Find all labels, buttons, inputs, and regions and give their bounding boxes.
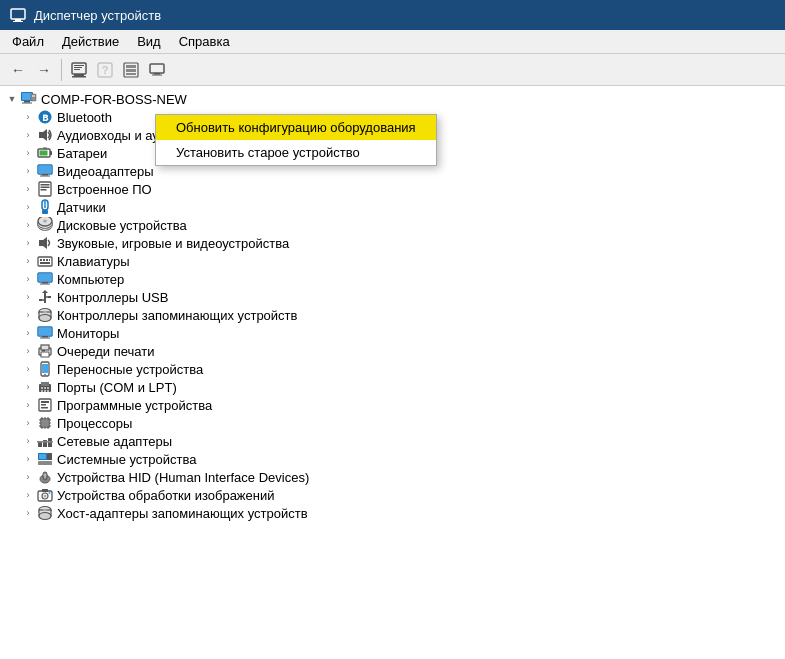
portable-expander[interactable]: › — [20, 361, 36, 377]
tree-item-network[interactable]: › Сетевые адаптеры — [0, 432, 785, 450]
svg-rect-19 — [22, 93, 32, 100]
display-label: Видеоадаптеры — [57, 164, 154, 179]
audio-expander[interactable]: › — [20, 127, 36, 143]
storage-ctrl-label: Контроллеры запоминающих устройств — [57, 308, 297, 323]
disk-expander[interactable]: › — [20, 217, 36, 233]
ports-expander[interactable]: › — [20, 379, 36, 395]
keyboard-icon — [36, 253, 54, 269]
battery-expander[interactable]: › — [20, 145, 36, 161]
battery-icon — [36, 145, 54, 161]
svg-rect-51 — [40, 259, 42, 261]
system-dev-expander[interactable]: › — [20, 451, 36, 467]
usb-expander[interactable]: › — [20, 289, 36, 305]
svg-text:?: ? — [102, 64, 109, 76]
svg-rect-58 — [42, 282, 48, 284]
svg-rect-55 — [40, 262, 50, 264]
host-adapter-label: Хост-адаптеры запоминающих устройств — [57, 506, 308, 521]
cpu-expander[interactable]: › — [20, 415, 36, 431]
svg-marker-49 — [39, 237, 47, 249]
svg-rect-37 — [41, 184, 50, 186]
svg-point-24 — [33, 98, 35, 100]
svg-rect-59 — [40, 284, 50, 285]
properties-button[interactable] — [67, 58, 91, 82]
svg-rect-94 — [42, 420, 48, 426]
bluetooth-expander[interactable]: › — [20, 109, 36, 125]
tree-item-usb[interactable]: › Контроллеры USB — [0, 288, 785, 306]
svg-rect-5 — [72, 76, 86, 78]
svg-rect-92 — [41, 407, 48, 409]
tree-item-print[interactable]: › Очереди печати — [0, 342, 785, 360]
tree-item-software-dev[interactable]: › Программные устройства — [0, 396, 785, 414]
hid-label: Устройства HID (Human Interface Devices) — [57, 470, 309, 485]
svg-point-85 — [47, 387, 49, 389]
sound-icon — [36, 235, 54, 251]
tree-item-keyboard[interactable]: › Клавиатуры — [0, 252, 785, 270]
tree-item-disk[interactable]: › Дисковые устройства — [0, 216, 785, 234]
monitors-expander[interactable]: › — [20, 325, 36, 341]
computer-icon — [36, 271, 54, 287]
svg-point-123 — [49, 492, 51, 494]
tree-root[interactable]: ▼ COMP-FOR-BOSS-NEW — [0, 90, 785, 108]
sound-label: Звуковые, игровые и видеоустройства — [57, 236, 289, 251]
tree-item-sound[interactable]: › Звуковые, игровые и видеоустройства — [0, 234, 785, 252]
ports-label: Порты (COM и LPT) — [57, 380, 177, 395]
monitor-icon — [36, 325, 54, 341]
menu-help[interactable]: Справка — [171, 32, 238, 51]
context-menu-item-legacy[interactable]: Установить старое устройство — [156, 140, 436, 165]
svg-rect-35 — [40, 176, 50, 177]
menu-view[interactable]: Вид — [129, 32, 169, 51]
tree-item-firmware[interactable]: › Встроенное ПО — [0, 180, 785, 198]
svg-rect-122 — [42, 489, 48, 492]
tree-item-system-dev[interactable]: › Системные устройства — [0, 450, 785, 468]
tree-item-cpu[interactable]: › Процес — [0, 414, 785, 432]
computer-label: Компьютер — [57, 272, 124, 287]
sensors-expander[interactable]: › — [20, 199, 36, 215]
firmware-expander[interactable]: › — [20, 181, 36, 197]
network-expander[interactable]: › — [20, 433, 36, 449]
tree-item-hid[interactable]: › Устройства HID (Human Interface Device… — [0, 468, 785, 486]
svg-point-48 — [43, 220, 47, 223]
sensors-icon — [36, 199, 54, 215]
svg-rect-77 — [42, 350, 45, 352]
print-label: Очереди печати — [57, 344, 155, 359]
svg-rect-73 — [40, 338, 50, 339]
software-dev-expander[interactable]: › — [20, 397, 36, 413]
portable-label: Переносные устройства — [57, 362, 203, 377]
device-tree: ▼ COMP-FOR-BOSS-NEW Обновить конфигураци… — [0, 86, 785, 526]
keyboard-expander[interactable]: › — [20, 253, 36, 269]
tree-item-imaging[interactable]: › Устройства обработки изображений — [0, 486, 785, 504]
svg-rect-52 — [43, 259, 45, 261]
audio-icon — [36, 127, 54, 143]
tree-item-computer[interactable]: › Компьютер — [0, 270, 785, 288]
help-button[interactable]: ? — [93, 58, 117, 82]
imaging-expander[interactable]: › — [20, 487, 36, 503]
hid-expander[interactable]: › — [20, 469, 36, 485]
print-expander[interactable]: › — [20, 343, 36, 359]
sound-expander[interactable]: › — [20, 235, 36, 251]
app-icon — [10, 7, 26, 23]
svg-rect-79 — [42, 364, 48, 373]
storage-ctrl-expander[interactable]: › — [20, 307, 36, 323]
tree-view-button[interactable] — [119, 58, 143, 82]
svg-rect-110 — [37, 441, 53, 443]
menu-action[interactable]: Действие — [54, 32, 127, 51]
forward-button[interactable]: → — [32, 58, 56, 82]
main-content[interactable]: ▼ COMP-FOR-BOSS-NEW Обновить конфигураци… — [0, 86, 785, 659]
menu-file[interactable]: Файл — [4, 32, 52, 51]
software-dev-icon — [36, 397, 54, 413]
computer-expander[interactable]: › — [20, 271, 36, 287]
tree-item-monitors[interactable]: › Мониторы — [0, 324, 785, 342]
host-adapter-expander[interactable]: › — [20, 505, 36, 521]
back-button[interactable]: ← — [6, 58, 30, 82]
tree-item-storage-ctrl[interactable]: › Контроллеры запоминающих устройств — [0, 306, 785, 324]
tree-item-host-adapter[interactable]: › Хост-адаптеры запоминающих устройств — [0, 504, 785, 522]
root-expander[interactable]: ▼ — [4, 91, 20, 107]
svg-rect-15 — [150, 64, 164, 73]
tree-item-portable[interactable]: › Переносные устройства — [0, 360, 785, 378]
context-menu-item-scan[interactable]: Обновить конфигурацию оборудования — [156, 115, 436, 140]
software-dev-label: Программные устройства — [57, 398, 212, 413]
display-expander[interactable]: › — [20, 163, 36, 179]
tree-item-sensors[interactable]: › Датчики — [0, 198, 785, 216]
tree-item-ports[interactable]: › Порты (COM и LPT) — [0, 378, 785, 396]
monitor-button[interactable] — [145, 58, 169, 82]
